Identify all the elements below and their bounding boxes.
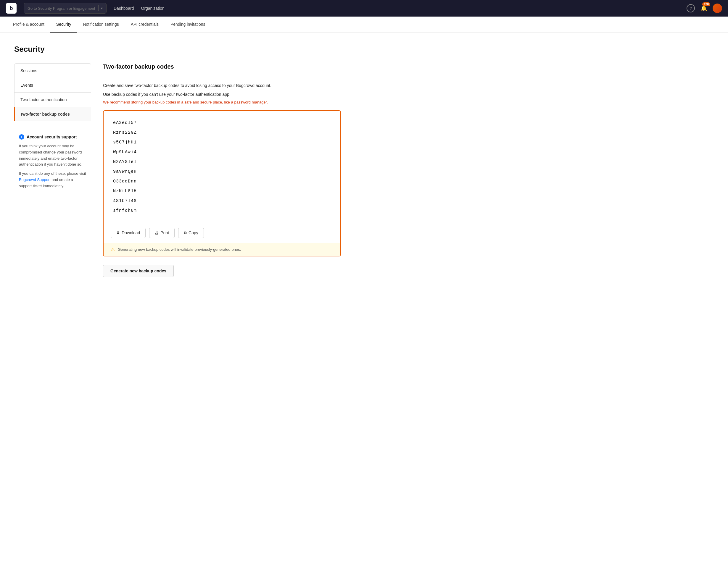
topbar-right: ? 🔔 120 <box>687 4 722 13</box>
support-para2: If you can't do any of these, please vis… <box>19 171 86 189</box>
subnav: Profile & account Security Notification … <box>0 17 728 33</box>
backup-codes-box: eA3edl57Rzns22GZs5C7jhH1Wp9UAwi4N2AYSlel… <box>103 110 341 257</box>
download-icon <box>116 231 120 235</box>
page-title: Security <box>14 45 341 54</box>
search-divider <box>98 5 99 11</box>
subnav-item-api[interactable]: API credentials <box>125 17 165 33</box>
main-layout: Sessions Events Two-factor authenticatio… <box>14 63 341 277</box>
chevron-down-icon[interactable]: ▾ <box>101 6 103 10</box>
backup-code-item: 4S1b7l4S <box>113 196 331 206</box>
description-2: Use backup codes if you can't use your t… <box>103 91 341 98</box>
sidebar: Sessions Events Two-factor authenticatio… <box>14 63 91 277</box>
download-label: Download <box>122 231 140 235</box>
bugcrowd-support-link[interactable]: Bugcrowd Support <box>19 178 51 182</box>
warning-triangle-icon: ⚠ <box>111 247 115 252</box>
backup-code-item: 9aVWrQeH <box>113 167 331 177</box>
generate-backup-codes-button[interactable]: Generate new backup codes <box>103 265 174 277</box>
topbar: b ▾ Dashboard Organization ? 🔔 120 <box>0 0 728 17</box>
notification-badge: 120 <box>702 2 710 6</box>
download-button[interactable]: Download <box>111 228 146 238</box>
sidebar-item-two-factor-auth[interactable]: Two-factor authentication <box>14 92 91 107</box>
codes-list: eA3edl57Rzns22GZs5C7jhH1Wp9UAwi4N2AYSlel… <box>104 111 340 223</box>
content-area: Two-factor backup codes Create and save … <box>103 63 341 277</box>
topbar-nav: Dashboard Organization <box>114 6 165 11</box>
copy-label: Copy <box>189 231 198 235</box>
copy-button[interactable]: Copy <box>178 228 204 238</box>
nav-dashboard[interactable]: Dashboard <box>114 6 134 11</box>
support-para2-pre: If you can't do any of these, please vis… <box>19 171 86 176</box>
subnav-item-security[interactable]: Security <box>50 17 77 33</box>
backup-code-item: NzKtL81H <box>113 186 331 196</box>
backup-code-item: s5C7jhH1 <box>113 138 331 147</box>
sidebar-item-backup-codes[interactable]: Two-factor backup codes <box>14 107 91 121</box>
print-button[interactable]: Print <box>149 228 175 238</box>
backup-code-item: 033ddDnn <box>113 177 331 186</box>
subnav-item-notifications[interactable]: Notification settings <box>77 17 125 33</box>
subnav-item-profile[interactable]: Profile & account <box>7 17 50 33</box>
store-warning-text: We recommend storing your backup codes i… <box>103 100 341 104</box>
help-icon: ? <box>690 6 692 11</box>
description-1: Create and save two-factor backup codes … <box>103 82 341 89</box>
support-title-text: Account security support <box>27 135 77 139</box>
search-input[interactable] <box>28 6 96 11</box>
nav-organization[interactable]: Organization <box>141 6 165 11</box>
backup-code-item: Wp9UAwi4 <box>113 147 331 157</box>
subnav-item-pending[interactable]: Pending invitations <box>165 17 211 33</box>
codes-actions: Download Print Copy <box>104 223 340 243</box>
support-para1: If you think your account may be comprom… <box>19 143 86 168</box>
invalidate-warning-text: Generating new backup codes will invalid… <box>118 247 241 252</box>
page-content: Security Sessions Events Two-factor auth… <box>0 33 355 289</box>
avatar[interactable] <box>713 4 722 13</box>
account-support-box: i Account security support If you think … <box>14 130 91 197</box>
search-bar[interactable]: ▾ <box>24 3 107 14</box>
invalidate-warning-row: ⚠ Generating new backup codes will inval… <box>104 243 340 256</box>
sidebar-item-sessions[interactable]: Sessions <box>14 63 91 78</box>
sidebar-item-events[interactable]: Events <box>14 78 91 92</box>
print-icon <box>155 231 159 235</box>
section-title: Two-factor backup codes <box>103 63 341 70</box>
account-support-title: i Account security support <box>19 134 86 140</box>
backup-code-item: N2AYSlel <box>113 157 331 167</box>
copy-icon <box>184 231 187 236</box>
print-label: Print <box>160 231 169 235</box>
logo-text: b <box>10 5 13 12</box>
help-button[interactable]: ? <box>687 4 695 12</box>
notifications-button[interactable]: 🔔 120 <box>700 4 708 12</box>
logo[interactable]: b <box>6 3 17 14</box>
backup-code-item: eA3edl57 <box>113 118 331 128</box>
backup-code-item: sfnfch6m <box>113 206 331 216</box>
backup-code-item: Rzns22GZ <box>113 128 331 138</box>
info-icon: i <box>19 134 24 140</box>
